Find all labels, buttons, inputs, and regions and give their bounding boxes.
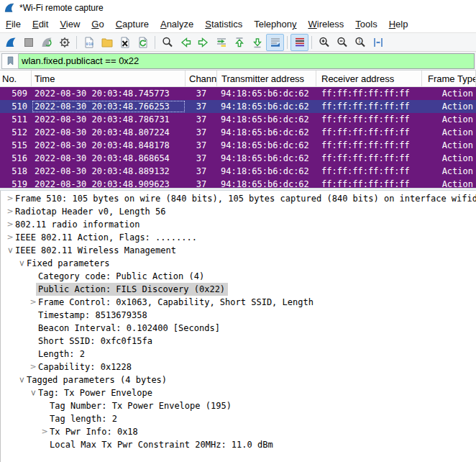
chevron-right-icon[interactable]: > [5, 231, 15, 244]
detail-text: Beacon Interval: 0.102400 [Seconds] [38, 322, 220, 335]
chevron-right-icon[interactable]: > [28, 296, 38, 309]
menu-bar: FileEditViewGoCaptureAnalyzeStatisticsTe… [0, 16, 476, 32]
capture-options-button[interactable] [55, 34, 73, 51]
save-file-button[interactable] [98, 34, 116, 51]
menu-statistics[interactable]: Statistics [199, 17, 248, 32]
column-header-receiver-address[interactable]: Receiver address [316, 71, 422, 86]
packet-frame-type: Action [422, 87, 476, 100]
packet-receiver: ff:ff:ff:ff:ff:ff [316, 100, 422, 113]
main-toolbar: 0101 [0, 32, 476, 52]
column-header-channel[interactable]: Channel [186, 71, 217, 86]
packet-row-519[interactable]: 5192022-08-30 20:03:48.9096233794:18:65:… [0, 178, 476, 188]
start-capture-button[interactable] [1, 34, 19, 51]
detail-line[interactable]: >Frame 510: 105 bytes on wire (840 bits)… [1, 192, 476, 205]
packet-details-pane: >Frame 510: 105 bytes on wire (840 bits)… [0, 191, 476, 462]
go-last-icon [251, 36, 264, 49]
detail-line[interactable]: Tag Number: Tx Power Envelope (195) [1, 399, 476, 412]
chevron-down-icon[interactable]: > [15, 258, 28, 268]
go-first-button[interactable] [230, 34, 248, 51]
zoom-in-icon [318, 36, 331, 49]
detail-line[interactable]: >Tag: Tx Power Envelope [1, 386, 476, 399]
detail-line[interactable]: >Fixed parameters [1, 257, 476, 270]
menu-go[interactable]: Go [86, 17, 109, 32]
packet-receiver: ff:ff:ff:ff:ff:ff [316, 87, 422, 100]
go-to-packet-button[interactable] [212, 34, 230, 51]
chevron-right-icon[interactable]: > [28, 361, 38, 373]
packet-row-509[interactable]: 5092022-08-30 20:03:48.7457733794:18:65:… [0, 87, 476, 100]
zoom-original-button[interactable]: 1 [351, 34, 369, 51]
menu-telephony[interactable]: Telephony [248, 17, 302, 32]
packet-row-516[interactable]: 5162022-08-30 20:03:48.8686543794:18:65:… [0, 152, 476, 165]
chevron-down-icon[interactable]: > [4, 245, 17, 255]
colorize-button[interactable] [290, 34, 308, 51]
go-back-button[interactable] [176, 34, 194, 51]
open-file-button[interactable]: 010 [80, 34, 98, 51]
column-header-transmitter-address[interactable]: Transmitter address [217, 71, 316, 86]
find-packet-button[interactable] [158, 34, 176, 51]
menu-edit[interactable]: Edit [27, 17, 54, 32]
packet-time: 2022-08-30 20:03:48.745773 [32, 87, 186, 100]
zoom-in-button[interactable] [315, 34, 333, 51]
detail-line[interactable]: Timestamp: 8513679358 [1, 309, 476, 322]
save-file-icon [101, 36, 114, 49]
column-header-no[interactable]: No. [0, 71, 32, 86]
filter-bookmark-button[interactable] [1, 53, 19, 69]
packet-no: 511 [0, 113, 32, 126]
column-header-frame-type[interactable]: Frame Type [422, 71, 476, 86]
zoom-out-button[interactable] [333, 34, 351, 51]
stop-capture-button[interactable] [19, 34, 37, 51]
menu-analyze[interactable]: Analyze [155, 17, 199, 32]
display-filter-input[interactable] [19, 53, 475, 69]
detail-line[interactable]: >Tx Pwr Info: 0x18 [1, 425, 476, 438]
go-last-button[interactable] [248, 34, 266, 51]
toolbar-separator [311, 36, 312, 49]
packet-row-510[interactable]: 5102022-08-30 20:03:48.7662533794:18:65:… [0, 100, 476, 113]
detail-text: IEEE 802.11 Wireless Management [15, 244, 176, 257]
restart-capture-button[interactable] [37, 34, 55, 51]
menu-tools[interactable]: Tools [349, 17, 383, 32]
chevron-right-icon[interactable]: > [5, 218, 15, 231]
detail-line[interactable]: >802.11 radio information [1, 218, 476, 231]
go-forward-button[interactable] [194, 34, 212, 51]
column-header-time[interactable]: Time [32, 71, 186, 86]
menu-wireless[interactable]: Wireless [303, 17, 350, 32]
reload-file-button[interactable] [134, 34, 152, 51]
detail-line[interactable]: Category code: Public Action (4) [1, 270, 476, 283]
detail-line[interactable]: >Radiotap Header v0, Length 56 [1, 205, 476, 218]
chevron-right-icon[interactable]: > [5, 205, 15, 218]
detail-line[interactable]: Public Action: FILS Discovery (0x22) [1, 283, 476, 296]
chevron-right-icon[interactable]: > [40, 425, 50, 438]
packet-transmitter: 94:18:65:b6:dc:62 [217, 178, 316, 188]
detail-line[interactable]: Length: 2 [1, 348, 476, 361]
packet-row-518[interactable]: 5182022-08-30 20:03:48.8891323794:18:65:… [0, 165, 476, 178]
restart-capture-icon [40, 36, 53, 49]
detail-text: Short SSID: 0xfc0f15fa [38, 335, 152, 348]
detail-line[interactable]: Local Max Tx Pwr Constraint 20MHz: 11.0 … [1, 438, 476, 451]
auto-scroll-button[interactable] [266, 34, 284, 51]
packet-row-515[interactable]: 5152022-08-30 20:03:48.8481783794:18:65:… [0, 139, 476, 152]
chevron-down-icon[interactable]: > [27, 388, 40, 398]
toolbar-separator [155, 36, 155, 49]
detail-line[interactable]: >IEEE 802.11 Wireless Management [1, 244, 476, 257]
menu-view[interactable]: View [54, 17, 86, 32]
detail-line[interactable]: >Capability: 0x1228 [1, 361, 476, 373]
detail-line[interactable]: >IEEE 802.11 Action, Flags: ........ [1, 231, 476, 244]
chevron-down-icon[interactable]: > [15, 375, 28, 385]
packet-transmitter: 94:18:65:b6:dc:62 [217, 100, 316, 113]
detail-line[interactable]: Tag length: 2 [1, 412, 476, 425]
detail-line[interactable]: Beacon Interval: 0.102400 [Seconds] [1, 322, 476, 335]
resize-columns-button[interactable] [369, 34, 387, 51]
packet-time: 2022-08-30 20:03:48.868654 [32, 152, 186, 165]
menu-file[interactable]: File [0, 17, 27, 32]
close-file-button[interactable] [116, 34, 134, 51]
packet-row-512[interactable]: 5122022-08-30 20:03:48.8072243794:18:65:… [0, 126, 476, 139]
chevron-right-icon[interactable]: > [5, 192, 15, 205]
packet-row-511[interactable]: 5112022-08-30 20:03:48.7867313794:18:65:… [0, 113, 476, 126]
menu-capture[interactable]: Capture [110, 17, 155, 32]
menu-help[interactable]: Help [383, 17, 414, 32]
detail-line[interactable]: >Tagged parameters (4 bytes) [1, 373, 476, 386]
detail-line[interactable]: >Frame Control: 0x1063, Capability, Shor… [1, 296, 476, 309]
detail-line[interactable]: Short SSID: 0xfc0f15fa [1, 335, 476, 348]
open-file-icon: 010 [83, 36, 96, 49]
packet-receiver: ff:ff:ff:ff:ff:ff [316, 113, 422, 126]
